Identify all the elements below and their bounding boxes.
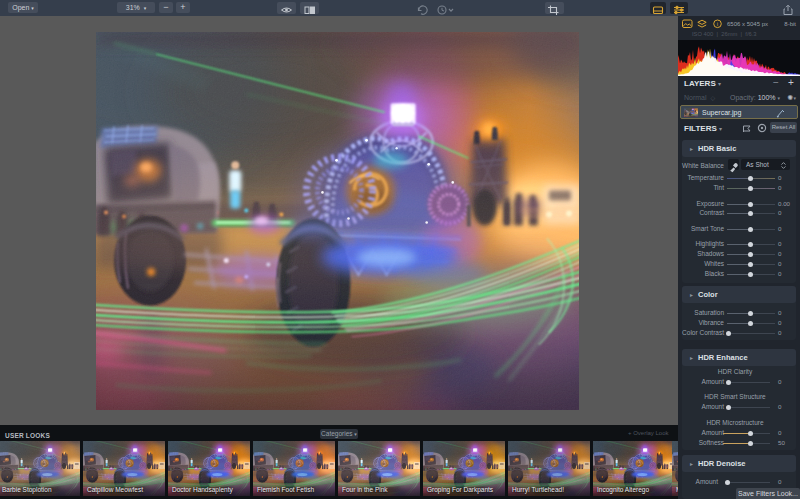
svg-text:i: i xyxy=(717,21,718,27)
